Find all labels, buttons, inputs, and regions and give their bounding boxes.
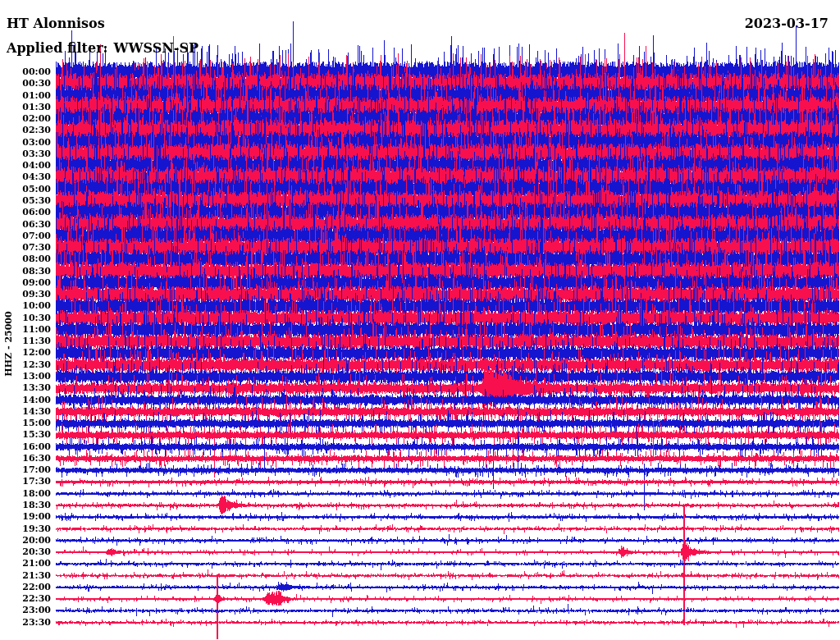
time-label: 01:30: [13, 103, 51, 112]
time-label: 03:30: [13, 149, 51, 159]
time-label: 23:30: [13, 618, 51, 628]
time-label: 12:30: [13, 360, 51, 370]
filter-prefix-label: Applied filter:: [7, 40, 108, 56]
time-label: 12:00: [13, 348, 51, 358]
time-label: 07:00: [13, 231, 51, 241]
time-label: 16:00: [13, 442, 51, 452]
time-label: 13:30: [13, 383, 51, 393]
time-label: 23:00: [13, 606, 51, 615]
filter-line: Applied filter:WWSSN-SP: [7, 40, 199, 56]
time-label: 22:30: [13, 594, 51, 604]
time-label: 21:00: [13, 559, 51, 569]
heliplot-page: { "header": { "station_title": "HT Alonn…: [0, 0, 840, 640]
time-label: 11:30: [13, 336, 51, 346]
time-label: 06:00: [13, 208, 51, 217]
time-label: 19:30: [13, 524, 51, 534]
time-label: 17:30: [13, 477, 51, 487]
time-label: 09:30: [13, 290, 51, 299]
time-label: 10:30: [13, 313, 51, 323]
time-label: 02:30: [13, 126, 51, 135]
time-label: 04:30: [13, 172, 51, 182]
time-label: 19:00: [13, 512, 51, 522]
time-label: 07:30: [13, 243, 51, 253]
time-label: 18:00: [13, 489, 51, 499]
time-label: 03:00: [13, 138, 51, 148]
time-label: 11:00: [13, 325, 51, 335]
time-label: 02:00: [13, 114, 51, 124]
time-label: 13:00: [13, 372, 51, 382]
time-label: 05:30: [13, 196, 51, 206]
time-label: 18:30: [13, 501, 51, 510]
time-label: 00:00: [13, 67, 51, 77]
time-label: 15:00: [13, 418, 51, 428]
time-label: 20:00: [13, 536, 51, 546]
seismogram-canvas: [0, 0, 840, 640]
time-label: 05:00: [13, 185, 51, 194]
time-label: 16:30: [13, 454, 51, 464]
time-label: 08:30: [13, 267, 51, 277]
time-label: 20:30: [13, 547, 51, 557]
time-label: 00:30: [13, 79, 51, 89]
time-label: 14:00: [13, 395, 51, 405]
time-label: 10:00: [13, 301, 51, 311]
filter-value-label: WWSSN-SP: [114, 40, 199, 56]
time-label: 01:00: [13, 91, 51, 101]
time-label: 06:30: [13, 220, 51, 230]
time-label: 04:00: [13, 161, 51, 171]
time-label: 09:00: [13, 278, 51, 288]
time-label: 15:30: [13, 430, 51, 440]
date-label: 2023-03-17: [745, 16, 829, 31]
time-label: 14:30: [13, 407, 51, 417]
time-label: 21:30: [13, 571, 51, 581]
time-label: 08:00: [13, 254, 51, 264]
station-title: HT Alonnisos: [7, 16, 105, 31]
time-label: 22:00: [13, 583, 51, 592]
time-label: 17:00: [13, 465, 51, 475]
